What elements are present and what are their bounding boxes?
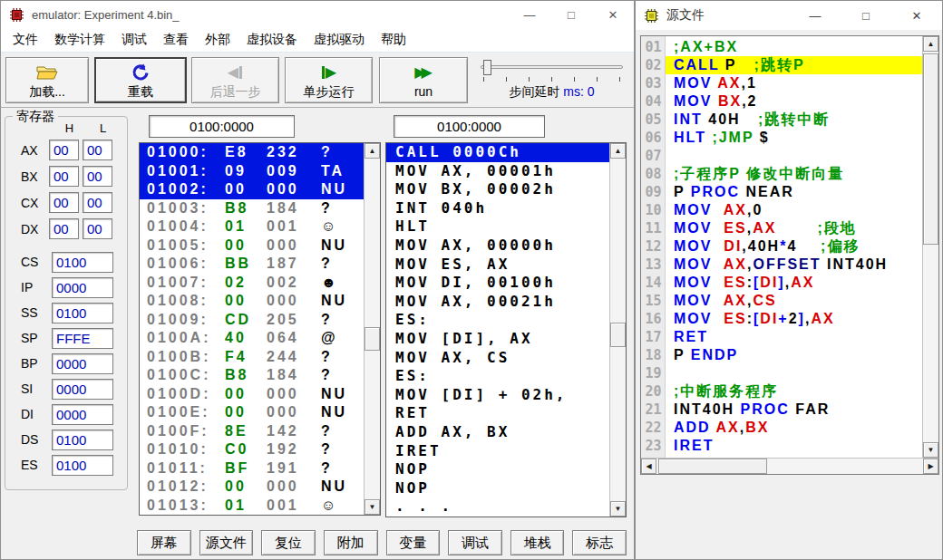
register-bp-field[interactable] [52,353,113,374]
source-line-03[interactable]: 03MOV AX,1 [641,74,922,92]
disassembly-row[interactable]: MOV ES, AX [386,256,609,275]
menu-item[interactable]: 帮助 [373,32,414,48]
source-line-10[interactable]: 10MOV AX,0 [641,201,922,219]
memory-row[interactable]: 01012:00000NU [140,478,364,497]
disassembly-scrollbar[interactable]: ▲ ▼ [609,143,626,517]
memory-row[interactable]: 0100E:00000NU [140,403,364,422]
disassembly-row[interactable]: ES: [386,367,609,386]
memory-list[interactable]: 01000:E8232?01001:09009TA01002:00000NU01… [139,142,381,516]
memory-address-field[interactable] [149,115,295,138]
source-line-05[interactable]: 05INT 40H ;跳转中断 [641,111,922,129]
disassembly-row[interactable]: MOV AX, CS [386,349,609,368]
scrollbar-thumb[interactable] [923,53,938,245]
memory-row[interactable]: 01005:00000NU [140,237,364,256]
source-line-13[interactable]: 13MOV AX,OFFSET INT40H [641,256,922,274]
disassembly-row[interactable]: HLT [386,217,609,237]
menu-item[interactable]: 虚拟驱动 [306,32,373,48]
maximize-button[interactable]: □ [550,1,592,28]
disassembly-row[interactable]: ADD AX, BX [386,423,609,442]
register-es-field[interactable] [52,455,113,476]
scrollbar-thumb[interactable] [365,327,380,351]
scrollbar-thumb[interactable] [610,323,626,347]
scroll-up-icon[interactable]: ▲ [923,36,938,52]
menu-item[interactable]: 虚拟设备 [238,32,306,48]
source-line-21[interactable]: 21INT40H PROC FAR [641,401,922,419]
scroll-right-icon[interactable]: ▶ [923,459,938,474]
disassembly-row[interactable]: MOV DI, 00100h [386,274,609,293]
run-button[interactable]: ▶▶run [379,57,468,103]
source-line-22[interactable]: 22ADD AX,BX [641,419,922,437]
memory-row[interactable]: 0100C:B8184? [140,366,364,385]
source-button[interactable]: 源文件 [199,530,254,555]
register-ss-field[interactable] [52,303,113,323]
source-line-19[interactable]: 19 [641,364,922,382]
load-button[interactable]: 加载... [5,57,89,103]
memory-row[interactable]: 0100D:00000NU [140,385,364,404]
disassembly-row[interactable]: IRET [386,442,609,461]
disassembly-row[interactable]: NOP [386,479,609,498]
menu-item[interactable]: 外部 [197,32,238,48]
disassembly-row[interactable]: MOV BX, 00002h [386,180,609,199]
scroll-up-icon[interactable]: ▲ [365,143,380,159]
delay-slider-thumb[interactable] [483,60,491,75]
disassembly-row[interactable]: . . . [386,497,609,517]
register-di-field[interactable] [52,404,113,425]
scroll-down-icon[interactable]: ▼ [610,501,626,517]
menu-item[interactable]: 调试 [113,32,155,48]
scrollbar-thumb[interactable] [658,459,767,474]
memory-row[interactable]: 01013:01001☺ [140,497,364,516]
source-line-16[interactable]: 16MOV ES:[DI+2],AX [641,310,922,328]
memory-row[interactable]: 01001:09009TA [140,162,364,181]
source-line-04[interactable]: 04MOV BX,2 [641,92,922,111]
scroll-down-icon[interactable]: ▼ [365,499,380,515]
memory-row[interactable]: 01000:E8232? [140,143,364,162]
screen-button[interactable]: 屏幕 [137,530,191,555]
memory-row[interactable]: 01011:BF191? [140,459,364,478]
memory-row[interactable]: 0100A:40064@ [140,329,364,348]
source-line-01[interactable]: 01;AX+BX [641,38,922,56]
stack-button[interactable]: 堆栈 [510,530,565,555]
reload-button[interactable]: 重载 [94,57,187,103]
maximize-button[interactable]: □ [841,1,891,30]
register-cs-field[interactable] [52,252,113,273]
memory-row[interactable]: 0100F:8E142? [140,422,364,441]
disassembly-row[interactable]: INT 040h [386,199,609,218]
source-horizontal-scrollbar[interactable]: ◀ ▶ [641,458,938,474]
debug-button[interactable]: 调试 [448,530,502,555]
disassembly-row[interactable]: CALL 0000Ch [386,143,609,162]
menu-item[interactable]: 文件 [5,32,46,48]
scroll-left-icon[interactable]: ◀ [641,459,656,474]
aux-button[interactable]: 附加 [324,530,378,555]
disassembly-row[interactable]: MOV AX, 00001h [386,162,609,181]
minimize-button[interactable]: — [790,1,841,30]
source-line-17[interactable]: 17RET [641,328,922,346]
register-dx-low-field[interactable] [83,218,112,239]
source-line-02[interactable]: 02CALL P ;跳转P [641,56,922,74]
minimize-button[interactable]: — [509,1,550,28]
disassembly-row[interactable]: MOV AX, 00021h [386,293,609,312]
scroll-up-icon[interactable]: ▲ [610,143,626,159]
disassembly-row[interactable]: MOV [DI], AX [386,330,609,349]
memory-row[interactable]: 0100B:F4244? [140,348,364,367]
memory-row[interactable]: 01006:BB187? [140,255,364,274]
scroll-down-icon[interactable]: ▼ [923,442,938,458]
source-line-07[interactable]: 07 [641,147,922,165]
register-ds-field[interactable] [52,430,113,450]
memory-scrollbar[interactable]: ▲ ▼ [364,143,380,515]
source-vertical-scrollbar[interactable]: ▲ ▼ [922,36,938,458]
vars-button[interactable]: 变量 [386,530,441,555]
disassembly-address-field[interactable] [394,115,545,138]
register-si-field[interactable] [52,379,113,400]
menu-item[interactable]: 数学计算 [46,32,113,48]
close-button[interactable]: ✕ [592,1,634,28]
source-line-08[interactable]: 08;子程序P 修改中断向量 [641,165,922,183]
source-editor[interactable]: 01;AX+BX02CALL P ;跳转P03MOV AX,104MOV BX,… [640,35,939,475]
disassembly-row[interactable]: MOV [DI] + 02h, [386,386,609,405]
register-sp-field[interactable] [52,328,113,349]
register-ax-high-field[interactable] [49,140,79,160]
memory-row[interactable]: 01008:00000NU [140,292,364,311]
source-line-09[interactable]: 09P PROC NEAR [641,183,922,201]
menu-item[interactable]: 查看 [155,32,197,48]
source-line-06[interactable]: 06HLT ;JMP $ [641,129,922,147]
flags-button[interactable]: 标志 [572,530,627,555]
